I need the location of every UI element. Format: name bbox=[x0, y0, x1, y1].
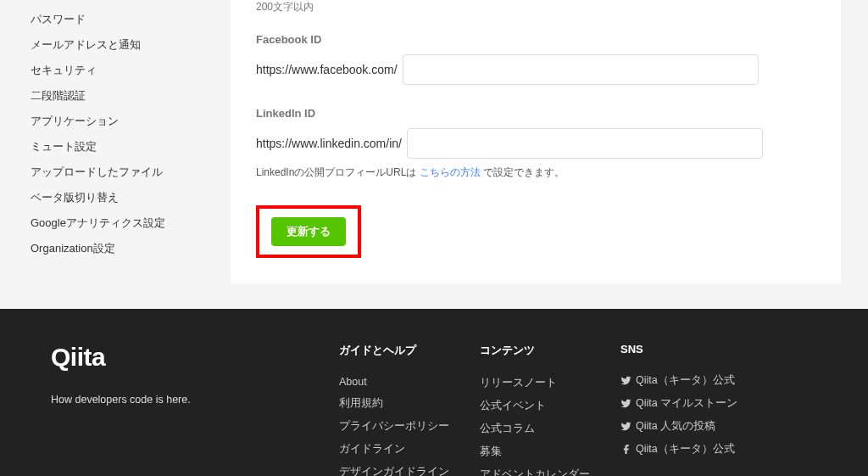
footer-link[interactable]: About bbox=[339, 372, 449, 392]
update-button[interactable]: 更新する bbox=[271, 217, 346, 246]
sidebar-item-uploads[interactable]: アップロードしたファイル bbox=[27, 160, 197, 185]
footer-link[interactable]: 募集 bbox=[480, 440, 590, 463]
highlight-annotation: 更新する bbox=[256, 205, 361, 258]
footer-heading: SNS bbox=[620, 343, 737, 356]
footer-link[interactable]: プライバシーポリシー bbox=[339, 415, 449, 438]
footer-link[interactable]: 公式コラム bbox=[480, 417, 590, 440]
sidebar-item-beta[interactable]: ベータ版切り替え bbox=[27, 185, 197, 210]
twitter-icon bbox=[620, 421, 632, 432]
facebook-field: Facebook ID https://www.facebook.com/ bbox=[256, 33, 815, 85]
linkedin-id-input[interactable] bbox=[407, 128, 763, 159]
footer-col-sns: SNS Qiita（キータ）公式 Qiita マイルストーン Qiita 人気の… bbox=[620, 343, 737, 476]
linkedin-help-link[interactable]: こちらの方法 bbox=[420, 166, 481, 178]
twitter-icon bbox=[620, 398, 632, 409]
facebook-id-input[interactable] bbox=[403, 54, 759, 85]
footer-link-twitter[interactable]: Qiita マイルストーン bbox=[620, 392, 737, 415]
settings-sidebar: パスワード メールアドレスと通知 セキュリティ 二段階認証 アプリケーション ミ… bbox=[27, 0, 197, 283]
sidebar-item-password[interactable]: パスワード bbox=[27, 7, 197, 32]
footer-link[interactable]: リリースノート bbox=[480, 372, 590, 395]
footer-link-twitter[interactable]: Qiita（キータ）公式 bbox=[620, 369, 737, 392]
linkedin-note: LinkedInの公開プロフィールURLは こちらの方法 で設定できます。 bbox=[256, 165, 815, 180]
sidebar-item-analytics[interactable]: Googleアナリティクス設定 bbox=[27, 210, 197, 236]
sidebar-item-email[interactable]: メールアドレスと通知 bbox=[27, 32, 197, 58]
sidebar-item-applications[interactable]: アプリケーション bbox=[27, 109, 197, 134]
footer-logo: Qiita bbox=[51, 343, 271, 372]
facebook-icon bbox=[620, 444, 632, 455]
footer-tagline: How developers code is here. bbox=[51, 394, 271, 406]
footer-col-guide: ガイドとヘルプ About 利用規約 プライバシーポリシー ガイドライン デザイ… bbox=[339, 343, 449, 476]
footer-link-facebook[interactable]: Qiita（キータ）公式 bbox=[620, 438, 737, 461]
footer-link[interactable]: デザインガイドライン bbox=[339, 461, 449, 476]
footer-heading: コンテンツ bbox=[480, 343, 590, 358]
footer-link[interactable]: ガイドライン bbox=[339, 438, 449, 461]
footer-link-twitter[interactable]: Qiita 人気の投稿 bbox=[620, 415, 737, 438]
footer-link[interactable]: アドベントカレンダー bbox=[480, 463, 590, 476]
site-footer: Qiita How developers code is here. ガイドとヘ… bbox=[0, 309, 868, 476]
sidebar-item-2fa[interactable]: 二段階認証 bbox=[27, 83, 197, 109]
facebook-label: Facebook ID bbox=[256, 33, 815, 46]
footer-col-contents: コンテンツ リリースノート 公式イベント 公式コラム 募集 アドベントカレンダー… bbox=[480, 343, 590, 476]
sidebar-item-organization[interactable]: Organization設定 bbox=[27, 236, 197, 261]
footer-link[interactable]: 公式イベント bbox=[480, 395, 590, 417]
profile-form-panel: 200文字以内 Facebook ID https://www.facebook… bbox=[231, 0, 841, 283]
linkedin-url-prefix: https://www.linkedin.com/in/ bbox=[256, 137, 402, 150]
linkedin-field: LinkedIn ID https://www.linkedin.com/in/… bbox=[256, 107, 815, 180]
facebook-url-prefix: https://www.facebook.com/ bbox=[256, 63, 398, 76]
footer-link[interactable]: 利用規約 bbox=[339, 392, 449, 415]
footer-heading: ガイドとヘルプ bbox=[339, 343, 449, 358]
twitter-icon bbox=[620, 375, 632, 386]
linkedin-label: LinkedIn ID bbox=[256, 107, 815, 120]
sidebar-item-security[interactable]: セキュリティ bbox=[27, 58, 197, 83]
sidebar-item-mute[interactable]: ミュート設定 bbox=[27, 134, 197, 160]
char-limit-note: 200文字以内 bbox=[256, 0, 815, 14]
